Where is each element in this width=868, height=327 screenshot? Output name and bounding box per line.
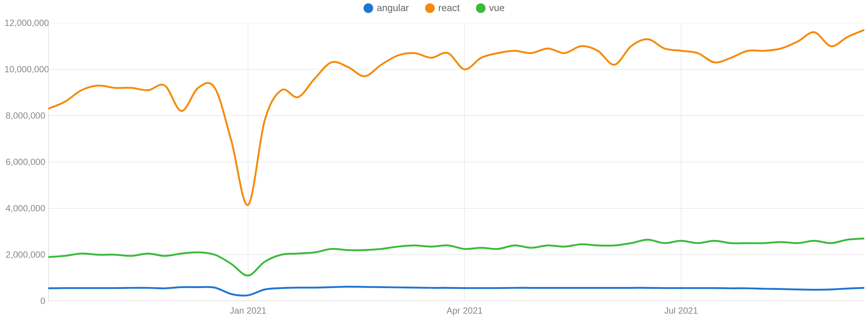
y-tick-label: 2,000,000	[4, 250, 45, 260]
legend-swatch-vue	[476, 3, 486, 13]
y-tick-label: 12,000,000	[4, 18, 45, 28]
plot-svg	[48, 23, 864, 301]
legend-swatch-angular	[364, 3, 373, 13]
y-tick-label: 10,000,000	[4, 64, 45, 75]
series-line-angular[interactable]	[48, 287, 864, 295]
y-tick-label: 4,000,000	[4, 203, 45, 214]
legend-swatch-react	[425, 3, 435, 13]
legend-label-angular: angular	[377, 2, 409, 14]
legend: angular react vue	[0, 2, 868, 16]
x-tick-label: Jan 2021	[230, 305, 266, 316]
y-tick-label: 8,000,000	[4, 110, 45, 121]
legend-item-react[interactable]: react	[425, 2, 460, 14]
legend-label-vue: vue	[489, 2, 505, 14]
y-tick-label: 6,000,000	[4, 157, 45, 167]
y-tick-label: 0	[4, 296, 45, 306]
series-line-vue[interactable]	[48, 238, 864, 275]
x-tick-label: Apr 2021	[447, 305, 483, 316]
plot-area	[48, 23, 864, 301]
series-line-react[interactable]	[48, 30, 864, 205]
legend-label-react: react	[438, 2, 460, 14]
chart-container: angular react vue 12,000,000 10,000,000 …	[0, 0, 868, 327]
legend-item-vue[interactable]: vue	[476, 2, 505, 14]
x-tick-label: Jul 2021	[664, 305, 698, 316]
legend-item-angular[interactable]: angular	[364, 2, 409, 14]
